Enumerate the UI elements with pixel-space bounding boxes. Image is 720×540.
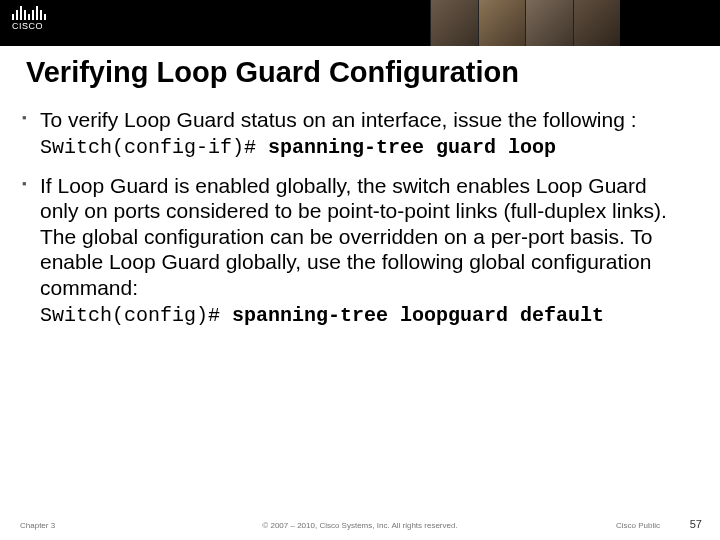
footer-copyright: © 2007 – 2010, Cisco Systems, Inc. All r…	[262, 521, 457, 530]
code-command: spanning-tree loopguard default	[232, 304, 604, 327]
slide-title: Verifying Loop Guard Configuration	[26, 56, 720, 89]
code-command: spanning-tree guard loop	[268, 136, 556, 159]
footer-chapter: Chapter 3	[20, 521, 55, 530]
bullet-text: If Loop Guard is enabled globally, the s…	[40, 173, 690, 301]
code-prompt: Switch(config-if)#	[40, 136, 268, 159]
bullet-item: If Loop Guard is enabled globally, the s…	[40, 173, 690, 327]
cisco-logo-bars-icon	[12, 4, 46, 20]
bullet-text: To verify Loop Guard status on an interf…	[40, 107, 690, 133]
header-bar: CISCO	[0, 0, 720, 46]
header-side-box	[620, 0, 720, 46]
footer-page-number: 57	[690, 518, 702, 530]
footer: Chapter 3 © 2007 – 2010, Cisco Systems, …	[0, 514, 720, 530]
header-people-photo	[430, 0, 620, 46]
code-line: Switch(config-if)# spanning-tree guard l…	[40, 136, 690, 159]
code-line: Switch(config)# spanning-tree loopguard …	[40, 304, 690, 327]
cisco-logo-text: CISCO	[12, 21, 46, 31]
bullet-item: To verify Loop Guard status on an interf…	[40, 107, 690, 159]
content-area: To verify Loop Guard status on an interf…	[40, 107, 690, 327]
footer-classification: Cisco Public	[616, 521, 660, 530]
cisco-logo: CISCO	[12, 4, 46, 31]
code-prompt: Switch(config)#	[40, 304, 232, 327]
